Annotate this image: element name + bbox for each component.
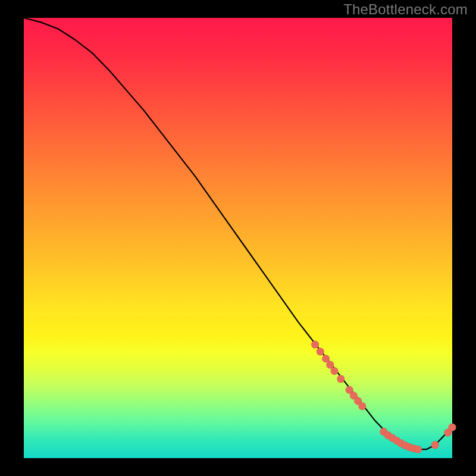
data-markers [311,341,456,453]
bottleneck-curve [24,18,452,449]
chart-frame: TheBottleneck.com [0,0,476,476]
data-point-marker [337,375,345,383]
watermark-text: TheBottleneck.com [343,1,468,18]
data-point-marker [449,424,456,431]
data-point-marker [311,341,319,349]
data-point-marker [317,347,324,355]
data-point-marker [358,402,366,410]
data-point-marker [414,446,422,453]
plot-area [24,18,452,458]
data-point-marker [331,367,339,375]
chart-svg [24,18,452,458]
data-point-marker [431,441,439,449]
